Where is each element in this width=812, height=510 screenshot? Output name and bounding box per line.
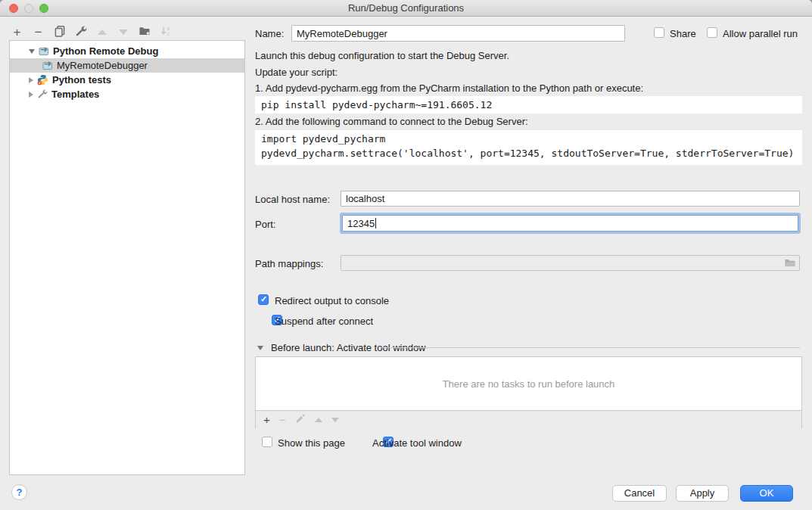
cancel-button[interactable]: Cancel [612, 485, 667, 502]
edit-task-button [295, 413, 306, 426]
local-host-name-input[interactable] [341, 191, 800, 207]
port-label: Port: [255, 219, 275, 230]
plus-icon: + [263, 413, 270, 426]
instruction-step-1: 1. Add pydevd-pycharm.egg from the PyCha… [255, 82, 643, 94]
move-task-up-icon [315, 418, 322, 422]
window-title: Run/Debug Configurations [0, 2, 812, 14]
help-button[interactable]: ? [11, 484, 27, 500]
collapsed-arrow-icon[interactable] [29, 77, 33, 83]
python-tests-icon [37, 74, 48, 86]
instruction-step-2: 2. Add the following command to connect … [255, 116, 528, 127]
suspend-after-connect-label: Suspend after connect [275, 316, 373, 327]
redirect-output-label: Redirect output to console [275, 295, 389, 306]
edit-templates-button[interactable] [74, 26, 87, 39]
path-mappings-input[interactable] [341, 255, 800, 271]
port-input[interactable] [342, 215, 798, 232]
before-launch-tasks-panel: There are no tasks to run before launch … [255, 356, 802, 428]
remove-task-button: − [279, 414, 286, 425]
settrace-code-snippet[interactable]: import pydevd_pycharm pydevd_pycharm.set… [255, 130, 802, 165]
sort-configurations-button: az [159, 26, 172, 39]
share-label: Share [670, 28, 696, 39]
allow-parallel-run-label: Allow parallel run [723, 28, 798, 39]
instruction-line-1: Launch this debug configuration to start… [255, 50, 509, 61]
tree-item-label: Python tests [52, 74, 111, 86]
before-launch-separator [380, 347, 800, 348]
show-this-page-label: Show this page [278, 437, 345, 449]
wrench-icon [75, 25, 87, 39]
ok-button[interactable]: OK [740, 485, 793, 502]
remote-debug-config-icon [39, 45, 49, 57]
name-input[interactable] [291, 25, 625, 42]
show-this-page-checkbox[interactable] [262, 437, 272, 447]
move-task-down-icon [331, 418, 339, 422]
new-folder-button[interactable] [138, 26, 151, 39]
minus-icon: − [35, 26, 42, 39]
copy-configuration-button[interactable] [53, 26, 66, 39]
title-bar: Run/Debug Configurations [0, 0, 812, 17]
pip-install-command[interactable]: pip install pydevd-pycharm~=191.6605.12 [255, 96, 802, 114]
no-tasks-message: There are no tasks to run before launch [256, 357, 801, 410]
configurations-tree: Python Remote Debug MyRemoteDebugger Pyt… [9, 40, 245, 475]
svg-text:a: a [166, 25, 170, 30]
add-task-button[interactable]: + [263, 414, 270, 425]
expanded-arrow-icon[interactable] [29, 49, 35, 54]
tree-item-label: MyRemoteDebugger [57, 60, 148, 71]
text-caret [375, 218, 376, 229]
name-label: Name: [255, 28, 284, 39]
tree-item-python-remote-debug[interactable]: Python Remote Debug [10, 44, 244, 58]
move-up-button [95, 26, 108, 39]
redirect-output-checkbox[interactable] [258, 294, 269, 305]
new-folder-icon [138, 25, 151, 39]
plus-icon: + [14, 26, 21, 39]
add-configuration-button[interactable]: + [11, 26, 23, 39]
up-arrow-icon [98, 30, 107, 35]
activate-tool-window-label: Activate tool window [372, 437, 462, 449]
sort-az-icon: az [160, 25, 172, 39]
instruction-line-2: Update your script: [255, 67, 338, 78]
remote-debug-config-icon [42, 60, 53, 71]
move-down-button [117, 26, 129, 39]
browse-folder-icon[interactable] [784, 257, 796, 271]
minus-icon: − [279, 413, 286, 426]
templates-wrench-icon [37, 89, 48, 100]
remove-configuration-button[interactable]: − [32, 26, 45, 39]
before-launch-collapse-arrow-icon[interactable] [257, 346, 263, 350]
tree-item-myremotedebugger[interactable]: MyRemoteDebugger [10, 58, 244, 73]
tree-item-label: Python Remote Debug [53, 45, 158, 57]
allow-parallel-run-checkbox[interactable] [707, 27, 717, 38]
tasks-toolbar: + − [256, 410, 801, 428]
collapsed-arrow-icon[interactable] [29, 92, 33, 98]
tree-item-templates[interactable]: Templates [10, 87, 244, 101]
tree-item-label: Templates [51, 89, 99, 100]
share-checkbox[interactable] [654, 27, 664, 38]
question-mark-icon: ? [17, 487, 23, 498]
configurations-toolbar: + − az [11, 25, 172, 39]
svg-text:z: z [166, 30, 169, 36]
run-debug-configurations-dialog: Run/Debug Configurations + − az Python R… [0, 0, 812, 510]
pencil-icon [295, 415, 306, 426]
path-mappings-label: Path mappings: [255, 258, 323, 269]
down-arrow-icon [119, 30, 128, 35]
local-host-name-label: Local host name: [255, 194, 330, 205]
apply-button[interactable]: Apply [676, 485, 729, 502]
tree-item-python-tests[interactable]: Python tests [10, 73, 244, 87]
copy-icon [54, 25, 66, 39]
